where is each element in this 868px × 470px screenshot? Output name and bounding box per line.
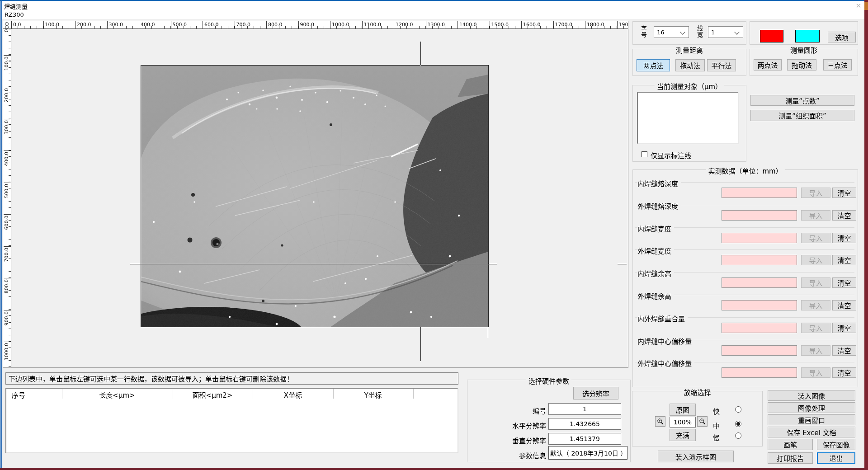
weld-micrograph-image[interactable] bbox=[141, 66, 488, 327]
distance-parallel-button[interactable]: 平行法 bbox=[707, 59, 736, 71]
circle-two-point-button[interactable]: 两点法 bbox=[754, 59, 782, 70]
circle-drag-button[interactable]: 拖动法 bbox=[787, 59, 816, 70]
only-show-lines-checkbox[interactable] bbox=[642, 151, 647, 157]
fit-button[interactable]: 充满 bbox=[670, 429, 696, 441]
ruler-tick bbox=[521, 21, 522, 28]
measured-value-input[interactable] bbox=[722, 300, 797, 310]
zoom-out-icon[interactable] bbox=[697, 416, 708, 427]
line-width-dropdown[interactable]: 1 bbox=[708, 26, 743, 38]
ruler-tick bbox=[4, 183, 11, 183]
param-info-input[interactable]: 默认（ 2018年3月10日 ） bbox=[548, 446, 627, 460]
measured-value-input[interactable] bbox=[722, 233, 797, 243]
list-hint-text: 下边列表中，单击鼠标左键可选中某一行数据，该数据可被导入；单击鼠标右键可删除该数… bbox=[9, 374, 293, 383]
current-object-listbox[interactable] bbox=[637, 92, 739, 144]
line-width-value: 1 bbox=[711, 29, 715, 36]
ruler-tick bbox=[4, 310, 11, 310]
ruler-label: 1900.0 bbox=[619, 22, 628, 28]
measured-value-input[interactable] bbox=[722, 188, 797, 198]
only-show-lines-label: 仅显示标注线 bbox=[651, 150, 691, 160]
ruler-label: 300.0 bbox=[4, 120, 9, 135]
ruler-label: 300.0 bbox=[109, 22, 123, 28]
distance-drag-button[interactable]: 拖动法 bbox=[675, 59, 705, 71]
zoom-percent-input[interactable]: 100% bbox=[670, 417, 696, 428]
clear-button[interactable]: 清空 bbox=[832, 367, 856, 378]
speed-medium-radio[interactable] bbox=[735, 421, 741, 427]
hardware-title: 选择硬件参数 bbox=[526, 376, 571, 385]
ruler-label: 0.0 bbox=[13, 22, 21, 28]
col-header-area: 面积<μm2> bbox=[193, 390, 233, 400]
speed-slow-radio[interactable] bbox=[735, 432, 741, 439]
ruler-label: 500.0 bbox=[4, 184, 9, 198]
vres-input[interactable]: 1.451379 bbox=[548, 433, 621, 445]
original-size-button[interactable]: 原图 bbox=[670, 404, 696, 416]
ruler-tick bbox=[490, 21, 490, 28]
redraw-window-button[interactable]: 重画窗口 bbox=[768, 414, 855, 425]
window-top-border bbox=[0, 0, 868, 1]
measured-value-input[interactable] bbox=[722, 277, 797, 288]
ruler-tick bbox=[4, 214, 11, 215]
import-button[interactable]: 导入 bbox=[801, 255, 830, 265]
import-button[interactable]: 导入 bbox=[801, 277, 830, 288]
distance-two-point-button[interactable]: 两点法 bbox=[637, 59, 670, 71]
clear-button[interactable]: 清空 bbox=[832, 188, 856, 198]
ruler-label: 800.0 bbox=[4, 279, 9, 294]
load-demo-button[interactable]: 装入演示样图 bbox=[658, 451, 734, 462]
results-table[interactable]: 序号 长度<μm> 面积<μm2> X坐标 Y坐标 bbox=[5, 388, 458, 453]
col-header-length: 长度<μm> bbox=[99, 390, 135, 400]
ruler-label: 1100.0 bbox=[364, 22, 382, 28]
clear-button[interactable]: 清空 bbox=[832, 300, 856, 310]
save-image-button[interactable]: 保存图像 bbox=[817, 439, 855, 450]
ruler-tick bbox=[171, 21, 171, 28]
import-button[interactable]: 导入 bbox=[801, 300, 830, 310]
clear-button[interactable]: 清空 bbox=[832, 255, 856, 265]
circle-three-point-button[interactable]: 三点法 bbox=[823, 59, 852, 70]
clear-button[interactable]: 清空 bbox=[832, 210, 856, 221]
import-button[interactable]: 导入 bbox=[801, 188, 830, 198]
measured-value-input[interactable] bbox=[722, 255, 797, 265]
clear-button[interactable]: 清空 bbox=[832, 277, 856, 288]
serial-input[interactable]: 1 bbox=[548, 403, 621, 415]
import-button[interactable]: 导入 bbox=[801, 345, 830, 356]
clear-button[interactable]: 清空 bbox=[832, 345, 856, 356]
exit-button[interactable]: 退出 bbox=[817, 452, 855, 464]
zoom-in-icon[interactable] bbox=[655, 416, 665, 427]
pen-button[interactable]: 画笔 bbox=[768, 439, 813, 450]
measure-area-button[interactable]: 测量“组织面积” bbox=[750, 110, 854, 121]
text-color-swatch[interactable] bbox=[795, 30, 820, 42]
ruler-tick bbox=[11, 21, 12, 28]
import-button[interactable]: 导入 bbox=[801, 323, 830, 333]
hres-input[interactable]: 1.432665 bbox=[548, 418, 621, 430]
speed-fast-radio[interactable] bbox=[735, 406, 741, 413]
horizontal-ruler: 0.0 100.0 200.0 300.0 400.0 500.0 600.0 … bbox=[11, 21, 628, 29]
print-report-button[interactable]: 打印报告 bbox=[768, 452, 813, 464]
import-button[interactable]: 导入 bbox=[801, 367, 830, 378]
col-header-x: X坐标 bbox=[284, 390, 302, 400]
import-button[interactable]: 导入 bbox=[801, 233, 830, 243]
line-color-swatch[interactable] bbox=[760, 30, 783, 42]
choose-resolution-button[interactable]: 选分辨率 bbox=[573, 387, 618, 400]
measure-circle-title: 测量圆形 bbox=[788, 45, 820, 55]
crosshair-vertical-top bbox=[420, 42, 421, 66]
col-header-y: Y坐标 bbox=[364, 390, 382, 400]
measured-data-title: 实测数据（单位：mm） bbox=[706, 166, 784, 175]
clear-button[interactable]: 清空 bbox=[832, 323, 856, 333]
load-image-button[interactable]: 装入图像 bbox=[768, 390, 855, 401]
font-size-dropdown[interactable]: 16 bbox=[654, 26, 689, 38]
measured-value-input[interactable] bbox=[722, 210, 797, 221]
ruler-label: 1500.0 bbox=[491, 22, 509, 28]
image-process-button[interactable]: 图像处理 bbox=[768, 402, 855, 413]
crosshair-horizontal-dash bbox=[618, 264, 627, 264]
clear-button[interactable]: 清空 bbox=[832, 233, 856, 243]
measured-value-input[interactable] bbox=[722, 345, 797, 356]
window-bottom-border bbox=[0, 468, 864, 470]
close-icon[interactable]: ✕ bbox=[853, 1, 864, 10]
import-button[interactable]: 导入 bbox=[801, 210, 830, 221]
options-button[interactable]: 选项 bbox=[828, 32, 856, 42]
menu-item-rz300[interactable]: RZ300 bbox=[5, 11, 24, 18]
measured-value-input[interactable] bbox=[722, 367, 797, 378]
ruler-label: 900.0 bbox=[300, 22, 315, 28]
save-excel-button[interactable]: 保存 Excel 文档 bbox=[768, 427, 855, 437]
ruler-tick bbox=[394, 21, 394, 28]
measure-points-button[interactable]: 测量“点数” bbox=[750, 95, 854, 106]
measured-value-input[interactable] bbox=[722, 323, 797, 333]
